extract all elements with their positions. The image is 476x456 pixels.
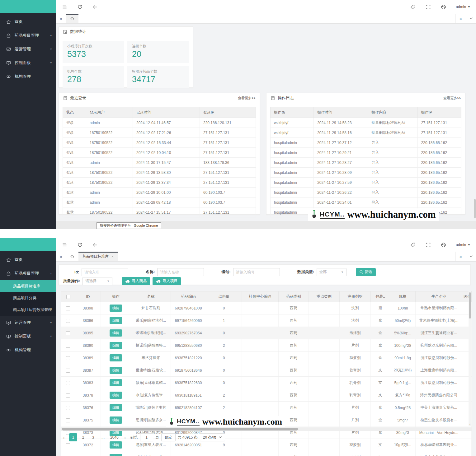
tab-home[interactable] [66, 14, 78, 23]
theme-palette-icon[interactable] [441, 242, 446, 248]
user-menu[interactable]: admin ▼ [456, 243, 470, 247]
sidebar-item-org-management[interactable]: 机构管理 [0, 343, 56, 357]
name-filter-input[interactable] [157, 268, 204, 276]
row-actions: 编辑 [101, 314, 131, 327]
sidebar-item-org-management[interactable]: 机构管理 [0, 70, 56, 83]
user-menu[interactable]: admin ▼ [456, 5, 470, 9]
refresh-icon[interactable] [77, 4, 83, 10]
tag-icon[interactable] [410, 4, 416, 10]
row-checkbox[interactable] [66, 344, 70, 348]
tag-icon[interactable] [410, 242, 416, 248]
row-checkbox[interactable] [66, 319, 70, 323]
drug-insurance [462, 439, 472, 451]
code-filter-input[interactable] [233, 268, 280, 276]
filter-panel: id: 名称: 编号: 数据类型: 全部 ▼ [59, 264, 471, 285]
scrollbar-thumb[interactable] [62, 428, 298, 430]
prev-page-button[interactable]: ‹ [61, 435, 67, 440]
edit-button[interactable]: 编辑 [110, 404, 122, 411]
page-button[interactable]: 1 [69, 433, 77, 441]
table-vertical-scrollbar[interactable]: ▼ [469, 291, 471, 426]
scrollbar-down-arrow[interactable]: ▼ [469, 423, 471, 426]
back-arrow-icon[interactable] [92, 4, 98, 10]
sidebar-item-control-panel[interactable]: 控制面板 ▾ [0, 329, 56, 343]
login-user: admin [86, 158, 133, 168]
tab-standard-library[interactable]: 药品项目标准库 × [78, 252, 118, 261]
edit-button[interactable]: 编辑 [110, 329, 122, 337]
search-button[interactable]: 筛选 [356, 268, 376, 276]
submenu-item[interactable]: 药品项目标准库 [0, 280, 56, 292]
edit-button[interactable]: 编辑 [110, 454, 122, 456]
drug-key-category [309, 314, 340, 327]
collapse-menu-icon[interactable] [62, 242, 68, 248]
tabs-menu-chevron[interactable] [466, 252, 476, 261]
table-horizontal-scrollbar[interactable] [61, 427, 472, 431]
batch-select[interactable]: 请选择 ▼ [82, 277, 112, 285]
fullscreen-icon[interactable] [425, 242, 431, 248]
refresh-icon[interactable] [77, 242, 83, 248]
column-header: 重点类别 [309, 291, 340, 302]
edit-button[interactable]: 编辑 [110, 342, 122, 349]
row-checkbox[interactable] [66, 443, 70, 447]
edit-button[interactable]: 编辑 [110, 441, 122, 449]
page-button[interactable]: 2046 [109, 433, 120, 441]
submenu-item[interactable]: 药品项目运营数据管理 [0, 304, 56, 316]
collapse-menu-icon[interactable] [62, 4, 68, 10]
import-project-button[interactable]: 导入项目 [153, 277, 181, 285]
sidebar-item-operations[interactable]: 运营管理 ▾ [0, 42, 56, 56]
select-all-checkbox[interactable] [66, 295, 70, 299]
fullscreen-icon[interactable] [425, 4, 431, 10]
login-user: admin [86, 198, 133, 207]
tab-bar: « 药品项目标准库 × » [56, 252, 476, 262]
close-icon[interactable]: × [111, 254, 114, 259]
row-checkbox[interactable] [66, 418, 70, 422]
row-checkbox[interactable] [66, 356, 70, 360]
back-arrow-icon[interactable] [92, 242, 98, 248]
id-filter-input[interactable] [82, 268, 128, 276]
goto-page-input[interactable] [140, 433, 153, 441]
sidebar-item-control-panel[interactable]: 控制面板 ▾ [0, 56, 56, 70]
next-page-button[interactable]: › [122, 435, 128, 440]
drug-ssc-code [242, 314, 279, 327]
tabs-menu-chevron[interactable] [466, 14, 476, 23]
edit-button[interactable]: 编辑 [110, 379, 122, 386]
recent-login-more-link[interactable]: 查看更多>> [238, 96, 256, 100]
edit-button[interactable]: 编辑 [110, 392, 122, 399]
page-button[interactable]: 2 [79, 433, 87, 441]
operation-log-more-link[interactable]: 查看更多>> [443, 96, 461, 100]
import-drug-button[interactable]: 导入药品 [122, 277, 150, 285]
sidebar-item-drug-project[interactable]: 药品项目管理 ▴ [0, 267, 56, 280]
batch-placeholder: 请选择 [85, 278, 97, 284]
tabs-scroll-left[interactable]: « [56, 14, 66, 23]
edit-button[interactable]: 编辑 [110, 305, 122, 312]
tabs-scroll-right[interactable]: » [455, 14, 466, 23]
row-checkbox[interactable] [66, 406, 70, 410]
row-checkbox[interactable] [66, 331, 70, 335]
tabs-scroll-left[interactable]: « [56, 252, 66, 261]
theme-palette-icon[interactable] [441, 4, 446, 10]
submenu-item[interactable]: 药品项目分类 [0, 292, 56, 304]
tab-home[interactable] [66, 252, 78, 261]
page-button[interactable]: 3 [89, 433, 97, 441]
row-checkbox[interactable] [66, 393, 70, 398]
goto-confirm-button[interactable]: 确定 [161, 433, 176, 441]
edit-button[interactable]: 编辑 [110, 354, 122, 361]
row-checkbox[interactable] [66, 381, 70, 385]
drug-id: 38375 [75, 414, 101, 426]
page-button[interactable]: ... [99, 433, 107, 441]
edit-button[interactable]: 编辑 [110, 416, 122, 424]
scrollbar-thumb[interactable] [469, 292, 471, 319]
edit-button[interactable]: 编辑 [110, 317, 122, 324]
edit-button[interactable]: 编辑 [110, 367, 122, 374]
sidebar-item-home[interactable]: 首页 [0, 15, 56, 29]
tabs-scroll-right[interactable]: » [455, 252, 466, 261]
sidebar-item-operations[interactable]: 运营管理 ▾ [0, 316, 56, 329]
dtype-select[interactable]: 全部 ▼ [317, 268, 346, 276]
page-scrollbar-thumb[interactable] [474, 199, 476, 218]
sidebar-item-home[interactable]: 首页 [0, 253, 56, 267]
sidebar-item-drug-project[interactable]: 药品项目管理 ▾ [0, 29, 56, 42]
recent-login-title: 最近登录 [70, 95, 86, 101]
login-user: 18750190522 [86, 128, 133, 138]
page-size-select[interactable]: 20 条/页 [200, 433, 225, 441]
row-checkbox[interactable] [66, 306, 70, 310]
row-checkbox[interactable] [66, 369, 70, 373]
